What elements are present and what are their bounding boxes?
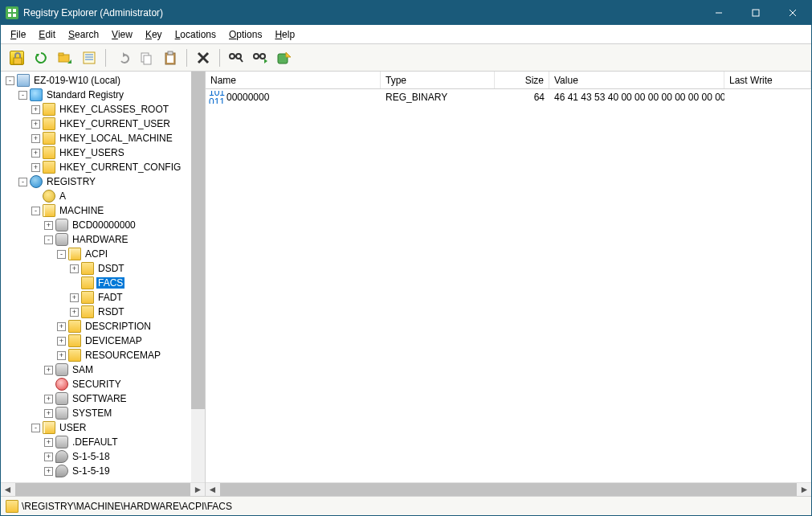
paste-button[interactable] bbox=[159, 47, 182, 69]
collapse-icon[interactable]: - bbox=[6, 76, 14, 85]
collapse-icon[interactable]: - bbox=[31, 424, 40, 432]
column-value[interactable]: Value bbox=[549, 72, 724, 88]
values-list[interactable]: 10101100000000REG_BINARY6446 41 43 53 40… bbox=[206, 89, 811, 482]
tree-node[interactable]: FACS bbox=[1, 276, 205, 290]
tree-node[interactable]: +HKEY_CURRENT_USER bbox=[1, 117, 205, 131]
expand-icon[interactable]: + bbox=[44, 453, 53, 461]
menu-help[interactable]: Help bbox=[268, 27, 301, 42]
export-button[interactable] bbox=[273, 47, 296, 69]
expand-icon[interactable]: + bbox=[31, 105, 40, 114]
tree-node[interactable]: +HKEY_CLASSES_ROOT bbox=[1, 102, 205, 117]
db-icon bbox=[55, 436, 68, 448]
expand-icon[interactable]: + bbox=[57, 337, 66, 346]
tree-node[interactable]: +BCD00000000 bbox=[1, 218, 205, 232]
value-row[interactable]: 10101100000000REG_BINARY6446 41 43 53 40… bbox=[206, 89, 811, 105]
lock-button[interactable] bbox=[6, 47, 28, 69]
tree-node[interactable]: -MACHINE bbox=[1, 203, 205, 218]
expand-icon[interactable]: + bbox=[70, 293, 79, 302]
folder-icon bbox=[43, 117, 55, 130]
tree-node[interactable]: -EZ-019-W10 (Local) bbox=[1, 73, 205, 88]
undo-button[interactable] bbox=[111, 47, 133, 69]
copy-button[interactable] bbox=[135, 47, 157, 69]
menu-search[interactable]: Search bbox=[62, 27, 105, 42]
tree-node[interactable]: -Standard Registry bbox=[1, 88, 205, 102]
expand-icon[interactable]: + bbox=[44, 366, 53, 375]
scroll-right-icon[interactable]: ► bbox=[798, 483, 811, 496]
tree-node[interactable]: -HARDWARE bbox=[1, 232, 205, 247]
tree-node-label: SYSTEM bbox=[71, 407, 113, 419]
collapse-icon[interactable]: - bbox=[57, 250, 66, 259]
tree-node[interactable]: -ACPI bbox=[1, 247, 205, 261]
tree-node[interactable]: +RESOURCEMAP bbox=[1, 348, 205, 362]
tree-node[interactable]: +HKEY_USERS bbox=[1, 145, 205, 160]
expand-icon[interactable]: + bbox=[57, 351, 66, 360]
collapse-icon[interactable]: - bbox=[18, 91, 27, 100]
tree-node[interactable]: +SYSTEM bbox=[1, 406, 205, 420]
tree-node-label: S-1-5-18 bbox=[71, 451, 112, 462]
expand-icon[interactable]: + bbox=[31, 149, 40, 158]
close-button[interactable] bbox=[774, 1, 811, 25]
find-next-button[interactable] bbox=[249, 47, 271, 69]
tree-node[interactable]: +SOFTWARE bbox=[1, 391, 205, 406]
column-type[interactable]: Type bbox=[381, 72, 495, 88]
menu-locations[interactable]: Locations bbox=[169, 27, 222, 42]
binary-icon: 101011 bbox=[210, 91, 223, 104]
refresh-button[interactable] bbox=[30, 47, 52, 69]
tree-node[interactable]: +DSDT bbox=[1, 261, 205, 276]
collapse-icon[interactable]: - bbox=[44, 235, 53, 244]
tree-node[interactable]: +HKEY_LOCAL_MACHINE bbox=[1, 131, 205, 145]
tree-node[interactable]: +DESCRIPTION bbox=[1, 319, 205, 334]
menu-edit[interactable]: Edit bbox=[32, 27, 62, 42]
tree-view[interactable]: -EZ-019-W10 (Local)-Standard Registry+HK… bbox=[1, 72, 205, 482]
expand-icon[interactable]: + bbox=[31, 163, 40, 172]
expand-icon[interactable]: + bbox=[31, 120, 40, 129]
expand-icon[interactable]: + bbox=[44, 438, 53, 447]
values-horizontal-scrollbar[interactable]: ◄ ► bbox=[206, 482, 811, 496]
tree-node-label: SECURITY bbox=[71, 379, 123, 390]
expand-icon[interactable]: + bbox=[44, 409, 53, 418]
scroll-right-icon[interactable]: ► bbox=[191, 483, 205, 496]
tree-node[interactable]: +RSDT bbox=[1, 305, 205, 319]
tree-node[interactable]: +FADT bbox=[1, 290, 205, 305]
tree-node[interactable]: SECURITY bbox=[1, 377, 205, 391]
column-name[interactable]: Name bbox=[206, 72, 381, 88]
expand-icon[interactable]: + bbox=[57, 322, 66, 331]
tree-node[interactable]: +HKEY_CURRENT_CONFIG bbox=[1, 160, 205, 174]
expand-icon[interactable]: + bbox=[70, 308, 79, 317]
scrollbar-thumb[interactable] bbox=[15, 483, 190, 496]
menu-file[interactable]: File bbox=[4, 27, 32, 42]
minimize-button[interactable] bbox=[700, 1, 737, 25]
collapse-icon[interactable]: - bbox=[18, 178, 27, 186]
scroll-left-icon[interactable]: ◄ bbox=[1, 483, 14, 496]
notes-button[interactable] bbox=[78, 47, 100, 69]
column-lastwrite[interactable]: Last Write bbox=[724, 72, 811, 88]
scroll-left-icon[interactable]: ◄ bbox=[206, 483, 219, 496]
expand-icon[interactable]: + bbox=[44, 395, 53, 403]
tree-node-label: FADT bbox=[96, 292, 124, 303]
menu-key[interactable]: Key bbox=[139, 27, 169, 42]
column-size[interactable]: Size bbox=[495, 72, 549, 88]
scrollbar-thumb[interactable] bbox=[191, 72, 205, 409]
tree-node[interactable]: -REGISTRY bbox=[1, 174, 205, 189]
collapse-icon[interactable]: - bbox=[31, 207, 40, 215]
tree-node[interactable]: +S-1-5-19 bbox=[1, 464, 205, 478]
tree-vertical-scrollbar[interactable] bbox=[191, 72, 205, 482]
tree-node[interactable]: +DEVICEMAP bbox=[1, 334, 205, 348]
find-button[interactable] bbox=[225, 47, 247, 69]
menu-options[interactable]: Options bbox=[222, 27, 268, 42]
maximize-button[interactable] bbox=[737, 1, 774, 25]
tree-node[interactable]: +S-1-5-18 bbox=[1, 449, 205, 464]
expand-icon[interactable]: + bbox=[31, 134, 40, 143]
expand-icon[interactable]: + bbox=[44, 221, 53, 230]
scrollbar-thumb[interactable] bbox=[220, 483, 797, 496]
delete-button[interactable] bbox=[192, 47, 214, 69]
tree-node[interactable]: +.DEFAULT bbox=[1, 435, 205, 449]
tree-horizontal-scrollbar[interactable]: ◄ ► bbox=[1, 482, 205, 496]
tree-node[interactable]: -USER bbox=[1, 420, 205, 435]
expand-icon[interactable]: + bbox=[44, 467, 53, 476]
expand-icon[interactable]: + bbox=[70, 264, 79, 273]
browse-button[interactable] bbox=[54, 47, 76, 69]
tree-node[interactable]: A bbox=[1, 189, 205, 203]
tree-node[interactable]: +SAM bbox=[1, 362, 205, 377]
menu-view[interactable]: View bbox=[105, 27, 139, 42]
